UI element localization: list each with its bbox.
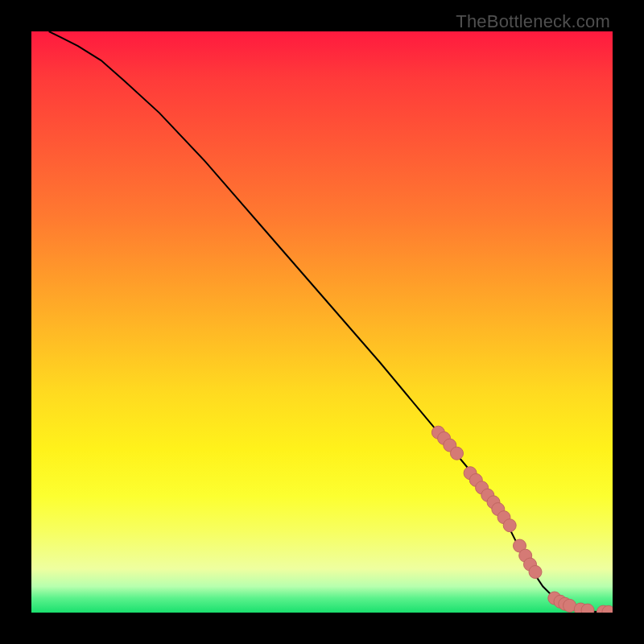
bottleneck-curve: [49, 31, 613, 612]
chart-svg: [31, 31, 613, 613]
data-marker: [581, 604, 594, 613]
marker-group: [431, 426, 613, 613]
data-marker: [503, 519, 516, 532]
data-marker: [451, 447, 464, 460]
data-marker: [529, 566, 542, 579]
watermark-text: TheBottleneck.com: [456, 11, 610, 32]
plot-area: [31, 31, 613, 613]
